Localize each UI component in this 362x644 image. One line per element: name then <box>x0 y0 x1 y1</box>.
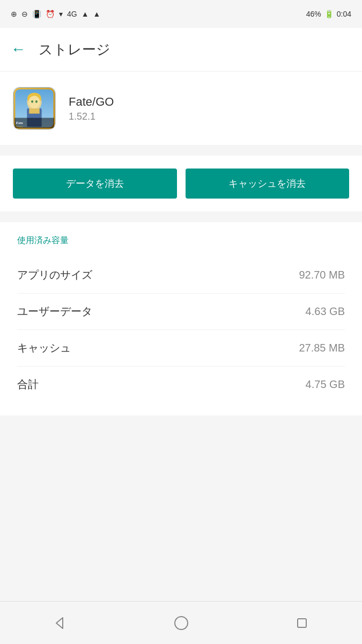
time: 0:04 <box>337 10 351 18</box>
buttons-section: データを消去 キャッシュを消去 <box>0 156 362 211</box>
app-version: 1.52.1 <box>69 111 114 122</box>
storage-row-user-data: ユーザーデータ 4.63 GB <box>17 294 345 330</box>
storage-value-cache: 27.85 MB <box>299 342 345 354</box>
home-nav-icon <box>173 614 190 632</box>
recent-nav-icon <box>293 614 311 632</box>
svg-point-7 <box>35 100 38 103</box>
svg-text:Fate: Fate <box>16 121 23 125</box>
page-title: ストレージ <box>39 40 110 59</box>
svg-rect-16 <box>298 619 306 627</box>
vibrate-icon: 📳 <box>32 10 41 18</box>
storage-section: 使用済み容量 アプリのサイズ 92.70 MB ユーザーデータ 4.63 GB … <box>0 222 362 415</box>
back-nav-icon <box>52 614 69 632</box>
battery-percent: 46% <box>306 10 321 18</box>
storage-row-app-size: アプリのサイズ 92.70 MB <box>17 257 345 294</box>
status-bar: ⊕ ⊖ 📳 ⏰ ▾ 4G ▲ ▲ 46% 🔋 0:04 <box>0 0 362 28</box>
svg-point-15 <box>175 617 188 630</box>
storage-label-app-size: アプリのサイズ <box>17 268 92 282</box>
storage-row-total: 合計 4.75 GB <box>17 367 345 402</box>
storage-label-user-data: ユーザーデータ <box>17 304 92 319</box>
storage-value-total: 4.75 GB <box>306 378 345 391</box>
app-bar: ← ストレージ <box>0 28 362 71</box>
signal-icon: ▲ <box>82 10 89 18</box>
status-bar-right: 46% 🔋 0:04 <box>306 10 351 18</box>
battery-icon: 🔋 <box>324 10 334 18</box>
nav-recent-button[interactable] <box>286 607 318 639</box>
storage-label-cache: キャッシュ <box>17 341 71 355</box>
svg-rect-9 <box>29 108 40 114</box>
app-name: Fate/GO <box>69 95 114 109</box>
app-details: Fate/GO 1.52.1 <box>69 95 114 122</box>
nav-home-button[interactable] <box>165 607 197 639</box>
signal-icon2: ▲ <box>93 10 101 18</box>
svg-point-6 <box>31 100 33 103</box>
svg-point-5 <box>28 96 40 108</box>
svg-marker-14 <box>56 618 63 628</box>
minus-icon: ⊖ <box>21 10 28 18</box>
status-bar-left: ⊕ ⊖ 📳 ⏰ ▾ 4G ▲ ▲ <box>11 10 100 18</box>
storage-section-title: 使用済み容量 <box>17 235 345 246</box>
storage-row-cache: キャッシュ 27.85 MB <box>17 330 345 367</box>
svg-text:Order: Order <box>16 128 23 129</box>
nav-bar <box>0 601 362 644</box>
clear-cache-button[interactable]: キャッシュを消去 <box>186 169 350 199</box>
app-info-section: Fate Grand Order Fate/GO 1.52.1 <box>0 72 362 145</box>
refresh-icon: ⊕ <box>11 10 17 18</box>
nav-back-button[interactable] <box>45 607 77 639</box>
clear-data-button[interactable]: データを消去 <box>13 169 177 199</box>
app-icon: Fate Grand Order <box>13 87 56 130</box>
svg-text:Grand: Grand <box>16 125 23 128</box>
storage-label-total: 合計 <box>17 377 39 392</box>
network-type: 4G <box>67 10 77 18</box>
storage-value-app-size: 92.70 MB <box>299 269 345 281</box>
alarm-icon: ⏰ <box>46 10 55 18</box>
storage-value-user-data: 4.63 GB <box>306 305 345 318</box>
back-button[interactable]: ← <box>11 41 26 58</box>
wifi-icon: ▾ <box>59 10 63 18</box>
